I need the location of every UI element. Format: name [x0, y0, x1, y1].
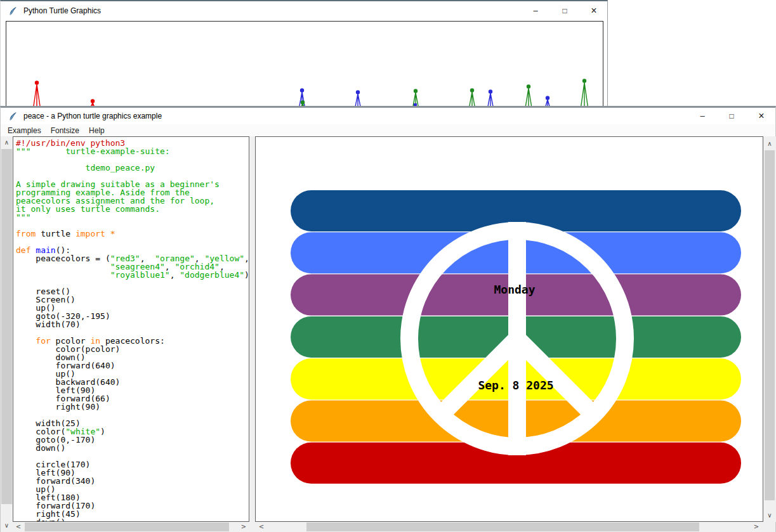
window-title: peace - a Python turtle graphics example: [23, 112, 162, 120]
tree-drawing: [6, 22, 603, 107]
window-title: Python Turtle Graphics: [23, 6, 101, 15]
tree-dot: [91, 99, 95, 103]
tree-dot: [546, 96, 549, 100]
close-button[interactable]: ×: [583, 1, 605, 20]
scroll-up-icon[interactable]: ∧: [1, 139, 13, 146]
close-button[interactable]: ×: [751, 108, 772, 124]
menubar: ExamplesFontsizeHelp: [1, 124, 775, 136]
scrollbar-thumb[interactable]: [25, 522, 229, 531]
code-line: "royalblue1", "dodgerblue4"): [16, 271, 249, 279]
drawing-canvas: Monday Sep. 8 2025: [255, 136, 763, 522]
tree-dot: [527, 84, 530, 88]
scroll-left-icon[interactable]: <: [14, 522, 23, 532]
back-window: Python Turtle Graphics – □ ×: [0, 0, 608, 108]
weekday-label: Monday: [494, 283, 535, 296]
tree-dot: [356, 90, 360, 94]
code-line: tdemo_peace.py: [16, 164, 249, 172]
tree-dot: [300, 88, 304, 92]
editor-vertical-scrollbar[interactable]: ∧ ∨: [1, 136, 13, 532]
minimize-button[interactable]: –: [525, 1, 546, 20]
tk-feather-icon: [8, 112, 18, 121]
tree-dot: [470, 88, 474, 92]
scroll-up-icon[interactable]: ∧: [763, 140, 776, 148]
tree: [488, 93, 494, 107]
canvas-horizontal-scrollbar[interactable]: < >: [255, 522, 763, 532]
code-line: """ turtle-example-suite:: [16, 147, 249, 155]
tree: [469, 92, 475, 107]
scroll-right-icon[interactable]: >: [239, 522, 248, 532]
maximize-button[interactable]: □: [554, 1, 575, 20]
peace-drawing: Monday Sep. 8 2025: [256, 137, 763, 521]
code-line: down(): [16, 444, 249, 452]
scrollbar-thumb[interactable]: [1, 149, 12, 504]
scroll-down-icon[interactable]: ∨: [1, 522, 13, 529]
menu-fontsize[interactable]: Fontsize: [47, 126, 83, 136]
maximize-button[interactable]: □: [721, 108, 742, 124]
front-title-bar[interactable]: peace - a Python turtle graphics example…: [1, 108, 775, 124]
code-line: """: [16, 213, 249, 221]
tree: [34, 84, 41, 107]
front-window: peace - a Python turtle graphics example…: [0, 106, 776, 532]
tree-dot: [414, 89, 418, 93]
tree-dot: [35, 81, 39, 84]
menu-help[interactable]: Help: [85, 126, 109, 136]
scroll-left-icon[interactable]: <: [257, 522, 266, 532]
window-content: ∧ ∨ #!/usr/bin/env python3""" turtle-exa…: [1, 136, 775, 532]
tk-feather-icon: [8, 6, 18, 16]
scroll-right-icon[interactable]: >: [752, 522, 761, 532]
editor-horizontal-scrollbar[interactable]: < >: [13, 522, 249, 532]
code-line: right(90): [16, 403, 249, 411]
scrollbar-thumb[interactable]: [765, 150, 775, 500]
tree-dot: [489, 89, 492, 93]
scroll-down-icon[interactable]: ∨: [763, 512, 776, 519]
tree: [355, 94, 361, 107]
scrollbar-thumb[interactable]: [306, 522, 699, 531]
tree-dot: [582, 79, 586, 82]
tree: [581, 82, 588, 107]
minimize-button[interactable]: –: [692, 108, 713, 124]
code-editor[interactable]: #!/usr/bin/env python3""" turtle-example…: [13, 136, 249, 522]
code-line: width(70): [16, 320, 249, 328]
turtle-canvas-back: [6, 21, 603, 108]
canvas-vertical-scrollbar[interactable]: ∧ ∨: [763, 136, 776, 522]
code-line: from turtle import *: [16, 230, 249, 238]
code-line: it only uses turtle commands.: [16, 205, 249, 213]
menu-examples[interactable]: Examples: [4, 126, 45, 136]
tree: [525, 88, 532, 107]
tree-dot: [301, 100, 305, 104]
back-title-bar[interactable]: Python Turtle Graphics – □ ×: [1, 1, 607, 20]
date-label: Sep. 8 2025: [478, 379, 553, 392]
